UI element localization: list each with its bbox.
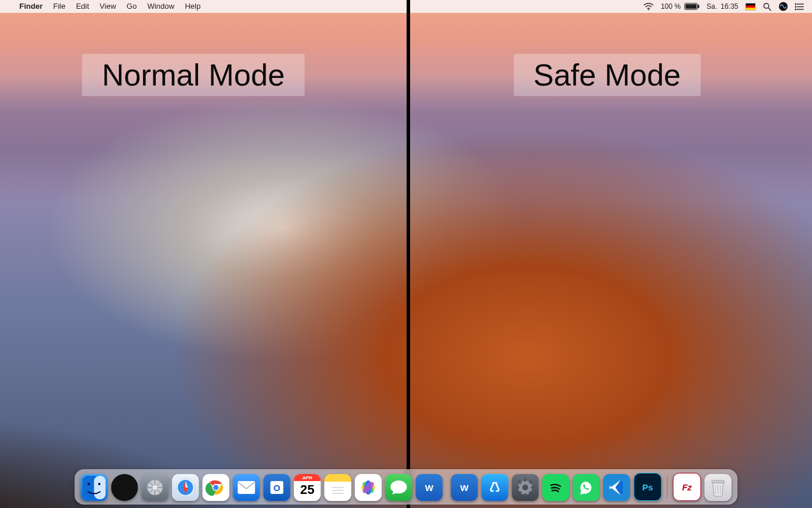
dock-word-icon-left[interactable]: W [416, 474, 443, 501]
comparison-divider [407, 0, 410, 508]
dock-outlook-icon[interactable]: O [264, 474, 291, 501]
dock-notes-icon[interactable] [325, 474, 352, 501]
calendar-month-label: APR [294, 474, 321, 481]
svg-point-47 [579, 480, 594, 495]
dock-finder-icon[interactable] [81, 474, 108, 501]
svg-point-32 [361, 484, 376, 491]
svg-rect-14 [94, 476, 106, 499]
notification-center-icon[interactable] [795, 3, 804, 11]
clock[interactable]: Sa. 16:35 [707, 2, 738, 11]
svg-point-35 [361, 480, 376, 495]
input-source-german-flag-icon[interactable] [745, 3, 756, 11]
dock-trash-icon[interactable] [705, 474, 732, 501]
menu-bar: Finder File Edit View Go Window Help 100… [0, 0, 812, 13]
svg-marker-21 [183, 480, 188, 495]
svg-point-34 [365, 480, 372, 495]
calendar-day-label: 25 [300, 482, 314, 497]
menu-edit[interactable]: Edit [71, 0, 94, 13]
svg-point-18 [153, 485, 158, 490]
overlay-label-normal-mode: Normal Mode [82, 54, 305, 96]
svg-point-23 [206, 478, 226, 497]
svg-line-42 [519, 481, 521, 483]
svg-rect-50 [712, 480, 725, 483]
svg-rect-13 [83, 476, 106, 499]
clock-time: 16:35 [721, 2, 738, 11]
dock-photoshop-icon[interactable]: Ps [634, 473, 662, 501]
svg-point-15 [88, 483, 90, 485]
svg-point-36 [518, 480, 533, 495]
dock-separator [667, 476, 668, 498]
dock-filezilla-icon[interactable]: Fz [673, 473, 701, 501]
menu-view[interactable]: View [94, 0, 121, 13]
menu-file[interactable]: File [48, 0, 71, 13]
svg-point-24 [213, 485, 219, 491]
svg-line-44 [530, 481, 532, 483]
svg-line-5 [769, 8, 772, 11]
menu-app-name[interactable]: Finder [14, 0, 48, 13]
dock-messages-icon[interactable] [385, 474, 412, 501]
svg-point-30 [365, 480, 372, 495]
dock-photos-icon[interactable] [355, 474, 382, 501]
dock-launchpad-icon[interactable] [142, 474, 169, 501]
dock-siri-icon[interactable] [111, 474, 138, 501]
dock-chrome-icon[interactable] [203, 474, 230, 501]
svg-point-11 [795, 6, 796, 7]
dock-word-icon-right[interactable]: W [451, 474, 478, 501]
dock-vscode-icon[interactable] [603, 474, 630, 501]
battery-status[interactable]: 100 % [661, 2, 700, 11]
dock-spotify-icon[interactable] [543, 474, 569, 501]
dock-system-preferences-icon[interactable] [512, 474, 539, 501]
wifi-icon[interactable] [643, 3, 654, 11]
dock: O APR 25 W W [75, 469, 738, 504]
svg-point-17 [148, 480, 163, 495]
svg-marker-49 [616, 480, 624, 495]
dock-appstore-icon[interactable] [482, 474, 509, 501]
menu-window[interactable]: Window [142, 0, 179, 13]
svg-point-46 [548, 479, 564, 496]
dock-whatsapp-icon[interactable] [573, 474, 600, 501]
svg-point-20 [178, 480, 193, 495]
svg-point-4 [764, 3, 769, 8]
svg-point-33 [361, 480, 376, 495]
battery-percent-label: 100 % [661, 2, 681, 11]
svg-point-37 [523, 485, 528, 490]
dock-mail-icon[interactable] [233, 474, 260, 501]
svg-point-19 [176, 478, 195, 497]
spotlight-icon[interactable] [763, 2, 772, 11]
svg-point-10 [795, 4, 796, 5]
svg-point-16 [98, 483, 101, 485]
svg-line-45 [519, 492, 521, 494]
svg-rect-2 [685, 4, 697, 9]
svg-line-43 [530, 492, 532, 494]
clock-day: Sa. [707, 2, 717, 11]
dock-safari-icon[interactable] [172, 474, 199, 501]
svg-rect-26 [238, 481, 255, 494]
svg-point-12 [795, 9, 796, 10]
svg-point-0 [648, 9, 649, 10]
svg-rect-3 [698, 5, 700, 8]
menu-help[interactable]: Help [180, 0, 206, 13]
siri-menu-icon[interactable] [779, 2, 788, 11]
svg-marker-48 [610, 480, 624, 495]
menu-go[interactable]: Go [121, 0, 142, 13]
overlay-label-safe-mode: Safe Mode [514, 54, 701, 96]
svg-point-31 [361, 480, 376, 495]
battery-icon [684, 3, 700, 10]
svg-marker-22 [186, 480, 188, 487]
dock-calendar-icon[interactable]: APR 25 [294, 474, 321, 501]
svg-point-25 [213, 485, 219, 491]
